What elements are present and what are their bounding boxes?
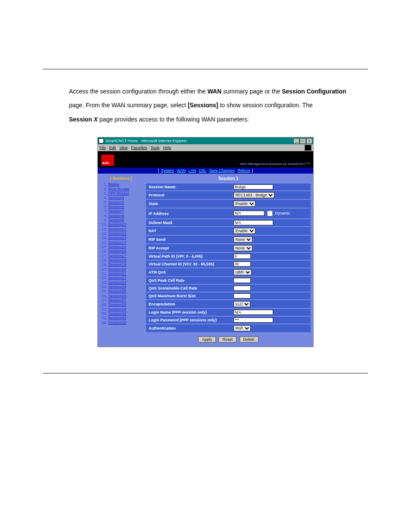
nav-system[interactable]: System <box>161 168 174 173</box>
nav-reboot[interactable]: Reboot <box>237 168 250 173</box>
txt-x: X <box>94 116 98 123</box>
select-nat[interactable]: Enable <box>234 228 255 234</box>
apply-button[interactable]: Apply <box>198 336 216 342</box>
menu-file[interactable]: File <box>100 146 106 150</box>
close-button[interactable]: × <box>306 138 312 144</box>
sidebar-item: Session28 <box>108 302 143 307</box>
txt: summary page or the <box>221 88 282 95</box>
sidebar-item: Session32 <box>108 320 143 325</box>
txt-session: Session <box>69 116 94 123</box>
sidebar-link-21[interactable]: Session21 <box>108 271 126 276</box>
input-login-name[interactable] <box>234 310 273 315</box>
sidebar-link-27[interactable]: Session27 <box>108 298 126 302</box>
sidebar-item: Session9 <box>108 218 143 222</box>
sidebar-item: Session12 <box>108 231 143 236</box>
menu-edit[interactable]: Edit <box>109 146 116 150</box>
sidebar-link-12[interactable]: Session12 <box>108 231 126 236</box>
nav-lan[interactable]: LAN <box>189 168 196 173</box>
select-encapsulation[interactable]: LLC <box>234 301 250 307</box>
sidebar-link-7[interactable]: Session7 <box>108 209 124 213</box>
txt-wan: WAN <box>207 88 221 95</box>
checkbox-dynamic[interactable] <box>267 211 273 216</box>
sidebar-item: Session30 <box>108 311 143 316</box>
sidebar-link-20[interactable]: Session20 <box>108 267 126 271</box>
sidebar-link-14[interactable]: Session14 <box>108 240 126 245</box>
adc-logo: ADC <box>101 155 114 166</box>
input-ip-address[interactable] <box>234 211 265 216</box>
reset-button[interactable]: Reset <box>218 336 237 342</box>
sidebar-link-5[interactable]: Session5 <box>108 200 124 205</box>
sidebar-link-24[interactable]: Session24 <box>108 285 126 289</box>
txt: Access the session configuration through… <box>69 88 207 95</box>
nav-save-changes[interactable]: Save Changes <box>209 168 235 173</box>
txt: page provides access to the following WA… <box>98 116 249 123</box>
sidebar-link-6[interactable]: Session6 <box>108 205 124 209</box>
sidebar-link-28[interactable]: Session28 <box>108 302 126 307</box>
select-atm-qos[interactable]: UBR <box>234 269 252 275</box>
session-heading: Session 1 <box>146 176 311 181</box>
label-authentication: Authentication <box>146 324 232 332</box>
input-qos-sustainable[interactable] <box>234 286 251 291</box>
sidebar-item: Session11 <box>108 227 143 231</box>
sidebar-item: Session10 <box>108 222 143 227</box>
input-qos-peak[interactable] <box>234 278 251 283</box>
input-subnet-mask[interactable] <box>234 220 273 225</box>
nav-wan[interactable]: WAN <box>177 168 186 173</box>
input-vpi[interactable] <box>234 254 251 259</box>
sidebar-link-2[interactable]: IPoA-Router <box>108 187 130 191</box>
sidebar-item: Session4 <box>108 196 143 200</box>
sidebar-link-1[interactable]: Bridge <box>108 182 119 187</box>
input-session-name[interactable] <box>234 184 273 190</box>
menu-tools[interactable]: Tools <box>150 146 159 150</box>
menu-favorites[interactable]: Favorites <box>131 146 147 150</box>
sidebar-link-31[interactable]: Session31 <box>108 316 126 320</box>
sidebar-link-8[interactable]: Session8 <box>108 214 124 218</box>
select-rip-accept[interactable]: None <box>234 245 252 251</box>
label-qos-sustainable: QoS Sustainable Cell Rate <box>146 285 232 292</box>
txt: to show session configuration. The <box>218 102 313 109</box>
delete-button[interactable]: Delete <box>240 336 258 342</box>
menu-view[interactable]: View <box>119 146 128 150</box>
sidebar-item: Session24 <box>108 285 143 289</box>
sidebar-link-16[interactable]: Session16 <box>108 249 126 253</box>
maximize-button[interactable]: □ <box>300 138 306 144</box>
txt-sessions-link: [Sessions] <box>188 102 218 109</box>
sidebar-link-26[interactable]: Session26 <box>108 294 126 298</box>
sidebar-link-25[interactable]: Session25 <box>108 289 126 293</box>
minimize-button[interactable]: _ <box>293 138 299 144</box>
select-rip-send[interactable]: None <box>234 236 252 243</box>
input-login-password[interactable] <box>234 317 273 323</box>
label-session-name: Session Name: <box>146 184 232 190</box>
sidebar-link-15[interactable]: Session15 <box>108 245 126 249</box>
label-ip-address: IP Address <box>146 208 232 218</box>
sidebar-item: Session20 <box>108 267 143 271</box>
label-login-name: Login Name (PPP session only) <box>146 309 232 316</box>
menu-help[interactable]: Help <box>163 146 171 150</box>
sidebar-link-10[interactable]: Session10 <box>108 222 126 227</box>
input-qos-burst[interactable] <box>234 293 251 299</box>
sidebar-item: Session19 <box>108 262 143 267</box>
sidebar-link-32[interactable]: Session32 <box>108 320 126 325</box>
sidebar-link-23[interactable]: Session23 <box>108 280 126 285</box>
sidebar-link-3[interactable]: PPP-Router <box>108 191 129 196</box>
sidebar-link-13[interactable]: Session13 <box>108 236 126 240</box>
select-protocol[interactable]: RFC1483 - Bridge <box>234 192 274 198</box>
txt: page. From the WAN summary page, select <box>69 102 188 109</box>
sidebar-link-22[interactable]: Session22 <box>108 276 126 280</box>
sidebar-link-17[interactable]: Session17 <box>108 254 126 258</box>
sidebar-link-30[interactable]: Session30 <box>108 311 126 316</box>
sidebar-link-11[interactable]: Session11 <box>108 227 126 231</box>
sidebar-item: Session22 <box>108 276 143 280</box>
sidebar-item: PPP-Router <box>108 191 143 196</box>
sidebar-link-19[interactable]: Session19 <box>108 262 126 267</box>
select-state[interactable]: Enable <box>234 201 255 207</box>
nav-dsl[interactable]: DSL <box>199 168 207 173</box>
input-vci[interactable] <box>234 261 251 267</box>
sidebar-link-29[interactable]: Session29 <box>108 307 126 311</box>
sidebar-link-18[interactable]: Session18 <box>108 258 126 262</box>
select-authentication[interactable]: PAP <box>234 325 251 331</box>
sidebar-item: Bridge <box>108 182 143 187</box>
sidebar-item: Session8 <box>108 214 143 218</box>
sidebar-link-9[interactable]: Session9 <box>108 218 124 222</box>
sidebar-link-4[interactable]: Session4 <box>108 196 124 200</box>
